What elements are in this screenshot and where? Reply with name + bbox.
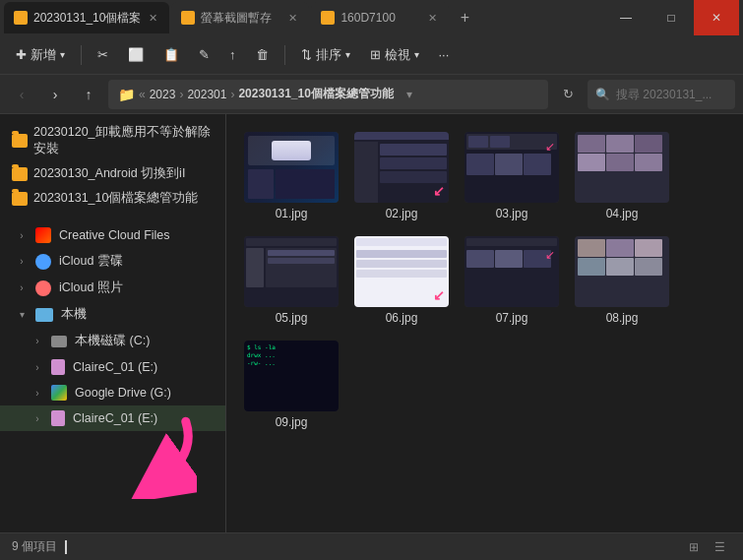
tab-1-close[interactable]: ✕ [147,12,159,25]
file-02[interactable]: ↙ 02.jpg [348,126,455,226]
search-input[interactable] [616,88,714,101]
expand-icon-e2: › [31,413,43,424]
folder-icon-1 [12,134,28,148]
file-06[interactable]: ↙ 06.jpg [348,230,455,331]
search-box[interactable]: 🔍 [588,80,735,109]
usb-e1-icon [51,359,65,375]
sidebar-folder-3[interactable]: 20230131_10個檔案總管功能 [0,186,225,211]
folder-label-3: 20230131_10個檔案總管功能 [33,190,198,207]
sidebar-folder-2[interactable]: 20230130_Android 切換到iI [0,161,225,186]
new-label: 新增 [31,46,56,64]
view-button[interactable]: ⊞ 檢視 ▾ [362,42,427,68]
folder-icon-small: 📁 [118,87,135,102]
file-07[interactable]: ↙ 07.jpg [459,230,565,331]
tab-folder-icon [14,11,28,25]
sidebar-item-icloud-drive[interactable]: › iCloud 雲碟 [0,248,225,275]
expand-icon-cc: › [16,230,28,241]
thumb-03: ↙ [464,132,559,203]
expand-icon-icloud: › [16,256,28,267]
folder-label-2: 20230130_Android 切換到iI [33,165,185,182]
file-09[interactable]: $ ls -la drwx ... -rw- ... 09.jpg [238,335,344,435]
expand-icon-gdrive: › [31,388,43,399]
thumb-05 [244,236,339,307]
minimize-button[interactable]: — [603,0,649,35]
thumb-04 [575,132,669,203]
forward-button[interactable]: › [41,81,69,108]
sidebar-item-claireC-e2[interactable]: › ClaireC_01 (E:) [0,405,225,431]
grid-view-button[interactable]: ⊞ [682,536,706,558]
sort-dropdown-icon: ▾ [345,49,350,60]
sidebar-item-creative-cloud[interactable]: › Creative Cloud Files [0,222,225,248]
list-view-button[interactable]: ☰ [708,536,731,558]
sidebar-item-disk-c[interactable]: › 本機磁碟 (C:) [0,328,225,354]
creative-cloud-label: Creative Cloud Files [59,228,170,242]
tab-2[interactable]: 螢幕截圖暫存 ✕ [171,2,309,33]
toolbar: ✚ 新增 ▾ ✂ ⬜ 📋 ✎ ↑ 🗑 ⇅ 排序 ▾ ⊞ 檢視 [0,35,743,75]
status-bar: 9 個項目 ⊞ ☰ [0,532,743,560]
file-01[interactable]: 01.jpg [238,126,344,226]
copy-button[interactable]: ⬜ [120,43,152,66]
folder-label-1: 20230120_卸載應用不等於解除安裝 [33,124,217,157]
thumb-07: ↙ [464,236,559,307]
file-08[interactable]: 08.jpg [569,230,675,331]
sidebar-folder-1[interactable]: 20230120_卸載應用不等於解除安裝 [0,120,225,161]
files-grid: 01.jpg [234,122,735,439]
file-05[interactable]: 05.jpg [238,230,344,331]
icloud-photos-label: iCloud 照片 [59,280,123,296]
tab-3-close[interactable]: ✕ [426,12,439,25]
share-icon: ↑ [229,47,236,62]
tab-2-folder-icon [181,11,195,25]
file-03-label: 03.jpg [496,207,528,220]
share-button[interactable]: ↑ [221,43,244,66]
claireC-e2-label: ClaireC_01 (E:) [73,411,157,425]
address-bar: ‹ › ↑ 📁 « 2023 › 202301 › 20230131_10個檔案… [0,75,743,114]
text-cursor [65,540,67,554]
item-count: 9 個項目 [12,538,57,555]
address-dropdown[interactable]: ▾ [398,80,421,109]
tab-3[interactable]: 160D7100 ✕ [311,2,449,33]
toolbar-sep-1 [81,45,82,65]
delete-button[interactable]: 🗑 [248,43,277,66]
disk-c-icon [51,336,67,347]
content-area: 01.jpg [226,114,743,532]
new-button[interactable]: ✚ 新增 ▾ [8,42,73,68]
sidebar-item-google-drive[interactable]: › Google Drive (G:) [0,380,225,405]
path-arrow-2: › [230,88,234,101]
tab-3-label: 160D7100 [341,11,395,25]
expand-icon-e1: › [31,362,43,373]
address-path[interactable]: 📁 « 2023 › 202301 › 20230131_10個檔案總管功能 ▾ [108,80,548,109]
add-tab-button[interactable]: + [451,4,478,31]
thumb-09: $ ls -la drwx ... -rw- ... [244,341,339,411]
maximize-button[interactable]: □ [649,0,694,35]
back-button[interactable]: ‹ [8,81,35,108]
expand-icon-c: › [31,336,43,346]
close-button[interactable]: ✕ [694,0,739,35]
tab-2-close[interactable]: ✕ [286,12,299,25]
file-04[interactable]: 04.jpg [569,126,675,226]
cut-button[interactable]: ✂ [90,43,116,66]
path-2023: 2023 [150,88,176,101]
main-layout: 20230120_卸載應用不等於解除安裝 20230130_Android 切換… [0,114,743,532]
view-label: 檢視 [385,46,410,64]
paste-button[interactable]: 📋 [155,43,187,66]
view-dropdown-icon: ▾ [414,49,419,60]
tab-3-folder-icon [321,11,335,25]
sort-icon: ⇅ [301,47,312,62]
refresh-button[interactable]: ↻ [554,81,582,108]
more-button[interactable]: ··· [431,43,458,66]
file-03[interactable]: ↙ 03.jpg [459,126,565,226]
tab-2-label: 螢幕截圖暫存 [201,10,272,27]
sidebar-item-claireC-e[interactable]: › ClaireC_01 (E:) [0,354,225,380]
sidebar-item-this-pc[interactable]: ▾ 本機 [0,301,225,328]
file-09-label: 09.jpg [276,415,308,429]
sort-button[interactable]: ⇅ 排序 ▾ [293,42,358,68]
usb-e2-icon [51,410,65,426]
tab-1-label: 20230131_10個檔案 [33,10,141,27]
copy-icon: ⬜ [128,47,144,62]
thumb-08 [575,236,669,307]
rename-button[interactable]: ✎ [191,43,217,66]
sidebar-item-icloud-photos[interactable]: › iCloud 照片 [0,275,225,301]
file-07-label: 07.jpg [496,311,528,325]
up-button[interactable]: ↑ [75,81,102,108]
tab-1[interactable]: 20230131_10個檔案 ✕ [4,2,169,33]
